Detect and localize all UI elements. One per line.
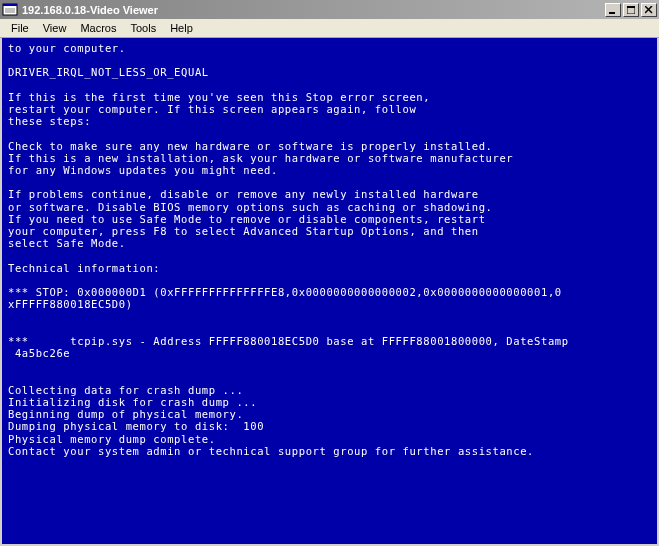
svg-rect-3 [609, 12, 615, 14]
bsod-error-code: DRIVER_IRQL_NOT_LESS_OR_EQUAL [8, 66, 209, 78]
bsod-stop: xFFFFF880018EC5D0) [8, 298, 133, 310]
bsod-problems: select Safe Mode. [8, 237, 126, 249]
svg-rect-2 [5, 8, 15, 13]
bsod-check: for any Windows updates you might need. [8, 164, 278, 176]
maximize-button[interactable] [623, 3, 639, 17]
minimize-icon [609, 6, 617, 14]
menu-tools[interactable]: Tools [123, 21, 163, 35]
bsod-stop: *** STOP: 0x000000D1 (0xFFFFFFFFFFFFFFE8… [8, 286, 562, 298]
video-viewport: to your computer. DRIVER_IRQL_NOT_LESS_O… [2, 38, 657, 544]
bsod-problems: your computer, press F8 to select Advanc… [8, 225, 479, 237]
bsod-instr: If this is the first time you've seen th… [8, 91, 430, 103]
minimize-button[interactable] [605, 3, 621, 17]
svg-rect-5 [627, 6, 635, 8]
menu-view[interactable]: View [36, 21, 74, 35]
window-title: 192.168.0.18-Video Viewer [22, 4, 605, 16]
bsod-dump: Beginning dump of physical memory. [8, 408, 243, 420]
bsod-text-top: to your computer. [8, 42, 126, 54]
menu-macros[interactable]: Macros [73, 21, 123, 35]
bsod-screen: to your computer. DRIVER_IRQL_NOT_LESS_O… [2, 38, 657, 544]
bsod-problems: or software. Disable BIOS memory options… [8, 201, 493, 213]
bsod-dump: Initializing disk for crash dump ... [8, 396, 257, 408]
bsod-tech-label: Technical information: [8, 262, 160, 274]
bsod-instr: restart your computer. If this screen ap… [8, 103, 416, 115]
app-icon [2, 2, 18, 18]
close-icon [645, 6, 653, 14]
bsod-problems: If problems continue, disable or remove … [8, 188, 479, 200]
menu-file[interactable]: File [4, 21, 36, 35]
bsod-check: If this is a new installation, ask your … [8, 152, 513, 164]
bsod-check: Check to make sure any new hardware or s… [8, 140, 493, 152]
bsod-dump: Dumping physical memory to disk: 100 [8, 420, 264, 432]
menu-bar: File View Macros Tools Help [0, 19, 659, 38]
window-titlebar: 192.168.0.18-Video Viewer [0, 0, 659, 19]
bsod-dump: Collecting data for crash dump ... [8, 384, 243, 396]
bsod-module: *** tcpip.sys - Address FFFFF880018EC5D0… [8, 335, 569, 347]
maximize-icon [627, 6, 635, 14]
bsod-problems: If you need to use Safe Mode to remove o… [8, 213, 486, 225]
window-controls [605, 3, 657, 17]
menu-help[interactable]: Help [163, 21, 200, 35]
bsod-dump: Physical memory dump complete. [8, 433, 216, 445]
bsod-instr: these steps: [8, 115, 91, 127]
bsod-dump: Contact your system admin or technical s… [8, 445, 534, 457]
close-button[interactable] [641, 3, 657, 17]
bsod-module: 4a5bc26e [8, 347, 70, 359]
svg-rect-1 [3, 4, 17, 6]
